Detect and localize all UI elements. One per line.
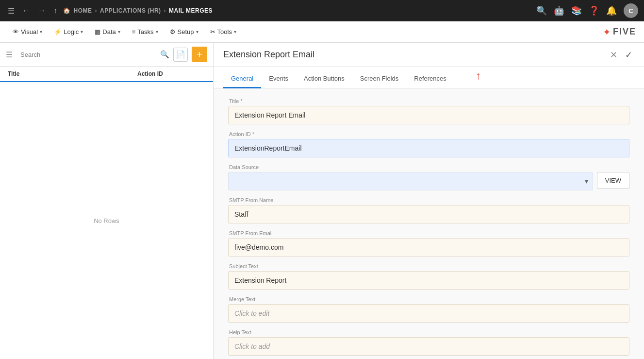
merge-text-input[interactable] <box>228 304 629 323</box>
close-button[interactable]: ✕ <box>608 48 619 62</box>
data-source-row: ▾ VIEW <box>228 172 629 190</box>
help-text-label: Help Text <box>228 329 629 335</box>
menu-tools[interactable]: ✂ Tools ▾ <box>205 25 241 38</box>
menu-visual[interactable]: 👁 Visual ▾ <box>8 25 47 38</box>
smtp-from-name-label: SMTP From Name <box>228 197 629 203</box>
form-title: Extension Report Email <box>223 50 608 60</box>
visual-icon: 👁 <box>13 28 19 35</box>
smtp-from-email-field-group: SMTP From Email <box>228 230 629 256</box>
merge-text-field-group: Merge Text <box>228 296 629 323</box>
search-globe-icon[interactable]: 🔍 <box>536 5 547 16</box>
document-icon[interactable]: 📄 <box>173 48 188 62</box>
action-id-field-group: Action ID * <box>228 131 629 157</box>
title-input[interactable] <box>228 106 629 124</box>
setup-icon: ⚙ <box>170 28 176 35</box>
breadcrumb-mail-merges[interactable]: MAIL MERGES <box>169 7 213 14</box>
forward-icon[interactable]: → <box>36 4 48 17</box>
table-header: Title Action ID <box>0 67 213 82</box>
smtp-from-email-input[interactable] <box>228 238 629 256</box>
search-icon[interactable]: 🔍 <box>160 50 169 59</box>
home-icon: 🏠 <box>63 7 71 14</box>
title-label: Title * <box>228 98 629 104</box>
tools-icon: ✂ <box>210 28 215 35</box>
data-source-select-wrap: ▾ <box>228 172 593 190</box>
subject-text-input[interactable] <box>228 271 629 290</box>
breadcrumb-applications[interactable]: APPLICATIONS (HR) <box>100 7 161 14</box>
save-button[interactable]: ✓ <box>623 48 634 62</box>
no-rows-message: No Rows <box>0 82 213 359</box>
tab-action-buttons[interactable]: Action Buttons <box>296 70 352 88</box>
tools-arrow: ▾ <box>234 29 236 34</box>
breadcrumb-home[interactable]: HOME <box>74 7 92 14</box>
avatar[interactable]: C <box>624 3 638 18</box>
search-bar: ☰ 🔍 📄 + <box>0 43 213 67</box>
five-logo-text: FIVE <box>613 27 636 37</box>
form-header: Extension Report Email ✕ ✓ <box>214 43 644 67</box>
up-icon[interactable]: ↑ <box>51 4 59 17</box>
right-panel: Extension Report Email ✕ ✓ General Event… <box>214 43 644 359</box>
setup-arrow: ▾ <box>196 29 198 34</box>
data-source-select[interactable] <box>228 172 593 190</box>
action-id-input[interactable] <box>228 139 629 157</box>
form-content: Title * Action ID * Data Source ▾ <box>214 88 644 359</box>
list-icon[interactable]: ☰ <box>6 50 13 59</box>
menu-logic[interactable]: ⚡ Logic ▾ <box>49 25 88 38</box>
tasks-icon: ≡ <box>132 28 136 35</box>
data-arrow: ▾ <box>118 29 120 34</box>
tabs-bar: General Events Action Buttons Screen Fie… <box>214 67 644 88</box>
subject-text-field-group: Subject Text <box>228 263 629 290</box>
column-title: Title <box>8 70 137 77</box>
top-navigation: ☰ ← → ↑ 🏠 HOME › APPLICATIONS (HR) › MAI… <box>0 0 644 21</box>
search-input-wrap <box>17 49 156 60</box>
tab-references[interactable]: References <box>406 70 454 88</box>
five-star-icon: ✦ <box>603 26 611 38</box>
back-icon[interactable]: ← <box>20 4 32 17</box>
menu-bar: 👁 Visual ▾ ⚡ Logic ▾ ▦ Data ▾ ≡ Tasks ▾ … <box>0 21 644 43</box>
five-logo: ✦ FIVE <box>603 26 636 38</box>
search-input[interactable] <box>17 49 156 60</box>
smtp-from-name-field-group: SMTP From Name <box>228 197 629 223</box>
help-text-field-group: Help Text <box>228 329 629 356</box>
data-icon: ▦ <box>95 28 100 35</box>
robot-icon[interactable]: 🤖 <box>554 5 564 16</box>
top-nav-right: 🔍 🤖 📚 ❓ 🔔 C <box>536 3 638 18</box>
action-id-label: Action ID * <box>228 131 629 137</box>
menu-setup[interactable]: ⚙ Setup ▾ <box>165 25 203 38</box>
notification-icon[interactable]: 🔔 <box>606 5 617 16</box>
tab-screen-fields[interactable]: Screen Fields <box>352 70 406 88</box>
main-layout: ☰ 🔍 📄 + Title Action ID No Rows Extensio… <box>0 43 644 359</box>
help-text-input[interactable] <box>228 337 629 356</box>
column-action-id: Action ID <box>137 70 205 77</box>
subject-text-label: Subject Text <box>228 263 629 269</box>
logic-icon: ⚡ <box>54 28 62 35</box>
merge-text-label: Merge Text <box>228 296 629 302</box>
menu-data[interactable]: ▦ Data ▾ <box>90 25 125 38</box>
tab-events[interactable]: Events <box>261 70 296 88</box>
smtp-from-name-input[interactable] <box>228 205 629 223</box>
logic-arrow: ▾ <box>81 29 83 34</box>
breadcrumb: 🏠 HOME › APPLICATIONS (HR) › MAIL MERGES <box>63 7 213 14</box>
title-field-group: Title * <box>228 98 629 124</box>
menu-tasks[interactable]: ≡ Tasks ▾ <box>127 25 163 38</box>
data-source-label: Data Source <box>228 164 629 170</box>
add-button[interactable]: + <box>192 47 207 62</box>
left-panel: ☰ 🔍 📄 + Title Action ID No Rows <box>0 43 214 359</box>
tab-general[interactable]: General <box>223 70 261 88</box>
view-button[interactable]: VIEW <box>597 172 629 189</box>
red-arrow-indicator: ↑ <box>476 69 481 82</box>
visual-arrow: ▾ <box>40 29 42 34</box>
tasks-arrow: ▾ <box>156 29 158 34</box>
smtp-from-email-label: SMTP From Email <box>228 230 629 236</box>
data-source-field-group: Data Source ▾ VIEW <box>228 164 629 190</box>
form-header-actions: ✕ ✓ <box>608 48 634 62</box>
hamburger-icon[interactable]: ☰ <box>6 4 17 17</box>
help-icon[interactable]: ❓ <box>589 5 599 16</box>
library-icon[interactable]: 📚 <box>571 5 582 16</box>
